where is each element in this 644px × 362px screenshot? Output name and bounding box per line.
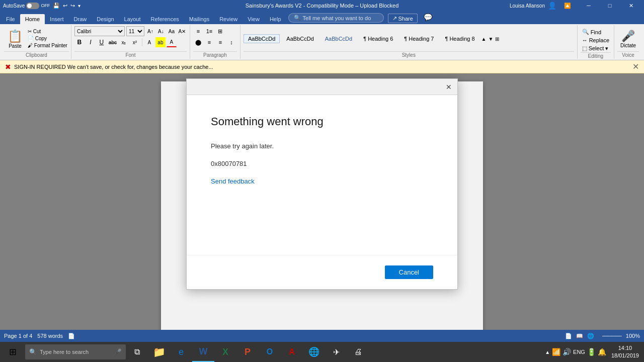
no-spacing-style[interactable]: AaBbCcDd (282, 34, 318, 43)
share-button[interactable]: ↗ Share (388, 14, 418, 23)
tab-draw[interactable]: Draw (69, 14, 92, 24)
task-view-button[interactable]: ⧉ (126, 342, 148, 362)
select-button[interactable]: ⬚ Select ▾ (581, 45, 611, 52)
taskbar-app-acrobat[interactable]: A (281, 342, 303, 362)
underline-button[interactable]: U (97, 37, 107, 47)
align-center-button[interactable]: ≡ (204, 37, 214, 47)
ribbon-collapse-icon[interactable]: 🔼 (557, 0, 578, 11)
autosave-toggle[interactable] (26, 3, 39, 9)
tab-mailings[interactable]: Mailings (184, 14, 214, 24)
styles-scroll-up[interactable]: ▲ (481, 36, 487, 42)
taskbar-app-word[interactable]: W (192, 342, 214, 362)
taskbar-app-chrome[interactable]: 🌐 (303, 342, 325, 362)
taskbar-app-unknown[interactable]: ✈ (325, 342, 347, 362)
dictate-button[interactable]: 🎤 Dictate (617, 26, 639, 51)
bullets-button[interactable]: ≡ (193, 26, 203, 36)
taskbar-app-excel[interactable]: X (214, 342, 236, 362)
cut-button[interactable]: ✂ Cut (26, 28, 69, 35)
line-spacing-button[interactable]: ↕ (226, 37, 236, 47)
decrease-font-button[interactable]: A↓ (156, 27, 166, 36)
bold-button[interactable]: B (74, 37, 85, 47)
dialog-title-bar: ✕ (187, 79, 457, 95)
superscript-button[interactable]: x² (130, 37, 140, 47)
comments-button[interactable]: 💬 (421, 12, 435, 22)
dialog-close-button[interactable]: ✕ (442, 81, 455, 93)
dialog-title: Something went wrong (211, 115, 433, 128)
tab-home[interactable]: Home (20, 14, 45, 24)
send-feedback-link[interactable]: Send feedback (211, 177, 433, 185)
increase-font-button[interactable]: A↑ (146, 27, 155, 36)
cancel-button[interactable]: Cancel (385, 265, 433, 279)
multilevel-list-button[interactable]: ⊞ (215, 26, 225, 36)
italic-button[interactable]: I (86, 37, 96, 47)
heading8-style[interactable]: ¶ Heading 8 (440, 34, 479, 43)
find-button[interactable]: 🔍 Find (581, 28, 611, 36)
account-icon[interactable]: 👤 (548, 2, 556, 10)
tab-review[interactable]: Review (214, 14, 243, 24)
styles-expand[interactable]: ⊞ (495, 36, 499, 42)
font-size-selector[interactable]: 11 (126, 26, 144, 36)
paste-button[interactable]: 📋 Paste (4, 26, 26, 51)
change-case-button[interactable]: Aa (167, 27, 176, 36)
volume-icon[interactable]: 🔊 (562, 348, 571, 356)
tab-layout[interactable]: Layout (119, 14, 146, 24)
microphone-icon[interactable]: 🎤 (114, 348, 122, 355)
tab-file[interactable]: File (1, 14, 20, 24)
customize-icon[interactable]: ▾ (78, 3, 80, 9)
clear-formatting-button[interactable]: A✕ (178, 27, 187, 36)
text-effects-button[interactable]: A (144, 37, 154, 47)
web-layout-button[interactable]: 🌐 (587, 333, 594, 339)
editing-label: Editing (581, 52, 611, 59)
clock[interactable]: 14:10 18/01/2019 (608, 344, 642, 360)
heading7-style[interactable]: ¶ Heading 7 (399, 34, 438, 43)
subscript-button[interactable]: x₂ (119, 37, 129, 47)
start-button[interactable]: ⊞ (0, 342, 25, 362)
align-right-button[interactable]: ≡ (215, 37, 225, 47)
tab-view[interactable]: View (243, 14, 265, 24)
align-left-button[interactable]: ⬤ (193, 37, 203, 47)
voice-group: 🎤 Dictate Voice (614, 25, 642, 59)
read-mode-button[interactable]: 📖 (576, 333, 583, 339)
tab-insert[interactable]: Insert (45, 14, 69, 24)
taskbar-app-edge[interactable]: e (170, 342, 192, 362)
tab-design[interactable]: Design (92, 14, 119, 24)
battery-icon[interactable]: 🔋 (587, 348, 596, 356)
sign-in-error-icon: ✖ (5, 63, 11, 71)
network-icon[interactable]: 📶 (552, 348, 560, 356)
numbering-button[interactable]: 1≡ (204, 26, 214, 36)
language-indicator[interactable]: ENG (573, 349, 585, 355)
tell-me-box[interactable]: 🔍 Tell me what you want to do (288, 13, 384, 23)
tray-up-arrow[interactable]: ▲ (545, 349, 550, 355)
undo-icon[interactable]: ↩ (63, 3, 67, 9)
font-color-button[interactable]: A (167, 37, 177, 47)
redo-icon[interactable]: ↪ (70, 3, 75, 9)
notification-close-button[interactable]: ✕ (632, 62, 639, 71)
replace-button[interactable]: ↔ Replace (581, 37, 611, 44)
tab-help[interactable]: Help (265, 14, 286, 24)
taskbar-app-outlook[interactable]: O (259, 342, 281, 362)
notification-bell[interactable]: 🔔 (598, 348, 606, 356)
strikethrough-button[interactable]: abc (108, 37, 118, 47)
text-highlight-button[interactable]: ab (155, 37, 166, 47)
font-family-selector[interactable]: Calibri (74, 26, 125, 36)
heading6-style[interactable]: ¶ Heading 6 (359, 34, 397, 43)
maximize-button[interactable]: □ (600, 0, 620, 11)
close-button[interactable]: ✕ (621, 0, 641, 11)
minimize-button[interactable]: ─ (579, 0, 599, 11)
taskbar-search[interactable]: 🔍 Type here to search 🎤 (25, 344, 126, 359)
taskbar-app-explorer[interactable]: 📁 (148, 342, 170, 362)
font-label: Font (74, 51, 187, 58)
copy-button[interactable]: 📄 Copy (26, 35, 69, 42)
styles-scroll-down[interactable]: ▼ (488, 36, 493, 42)
format-painter-button[interactable]: 🖌 Format Painter (26, 42, 69, 49)
accessibility-check-button[interactable]: 📄 (68, 333, 75, 339)
autosave-toggle-area[interactable]: AutoSave OFF (3, 3, 50, 9)
heading1-style[interactable]: AaBbCcDd (320, 34, 357, 43)
normal-style[interactable]: AaBbCcDd (244, 34, 280, 43)
print-layout-button[interactable]: 📄 (565, 333, 572, 339)
taskbar-app-other[interactable]: 🖨 (347, 342, 369, 362)
taskbar-app-powerpoint[interactable]: P (236, 342, 259, 362)
tab-references[interactable]: References (146, 14, 184, 24)
notification-bar: ✖ SIGN-IN REQUIRED We can't save, or che… (0, 60, 644, 73)
save-icon[interactable]: 💾 (53, 3, 60, 9)
